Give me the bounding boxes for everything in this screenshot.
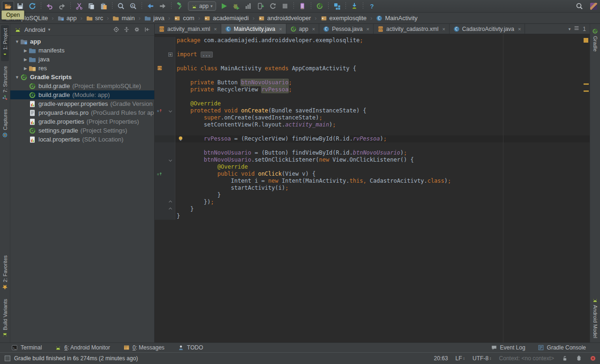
editor-gutter[interactable] bbox=[155, 206, 175, 213]
toolwindow-button-6-android-monitor[interactable]: 6: Android Monitor bbox=[55, 344, 110, 351]
editor-gutter[interactable] bbox=[155, 93, 175, 100]
toolbar-download-button[interactable] bbox=[348, 1, 360, 12]
tab-close-icon[interactable]: × bbox=[518, 26, 521, 32]
tree-row[interactable]: build.gradle(Project: ExemploSQLite) bbox=[10, 82, 154, 90]
tab-list-icon[interactable] bbox=[573, 25, 580, 33]
hector-inspections-icon[interactable] bbox=[576, 355, 582, 362]
panel-gear-button[interactable] bbox=[133, 25, 141, 34]
error-indicator-icon[interactable] bbox=[590, 355, 596, 362]
tool-button-build-variants[interactable]: Build Variants bbox=[1, 296, 9, 342]
editor-gutter[interactable] bbox=[155, 72, 175, 79]
tree-row[interactable]: gradle.properties(Project Properties) bbox=[10, 117, 154, 126]
toolbar-help-button[interactable]: ? bbox=[366, 1, 378, 12]
toolwindow-button-event-log[interactable]: Event Log bbox=[491, 344, 525, 351]
editor-gutter[interactable] bbox=[155, 163, 175, 171]
breadcrumb-item[interactable]: app bbox=[57, 15, 78, 22]
lock-icon[interactable] bbox=[562, 355, 568, 362]
tool-button-1-project[interactable]: 1: Project bbox=[1, 25, 9, 61]
toolbar-structure-button[interactable] bbox=[331, 1, 343, 12]
editor-gutter[interactable]: o bbox=[155, 107, 175, 114]
project-view-selector[interactable]: Android bbox=[24, 26, 45, 33]
breadcrumb-item[interactable]: CMainActivity bbox=[375, 15, 418, 22]
tree-row[interactable]: settings.gradle(Project Settings) bbox=[10, 126, 154, 135]
editor-gutter[interactable] bbox=[155, 199, 175, 206]
editor-gutter[interactable] bbox=[155, 178, 175, 185]
editor-gutter[interactable]: + bbox=[155, 51, 175, 58]
editor-gutter[interactable] bbox=[155, 37, 175, 44]
intention-bulb-icon[interactable] bbox=[178, 136, 184, 142]
tree-expand-arrow[interactable]: ▼ bbox=[14, 39, 20, 44]
toolbar-stop-button[interactable] bbox=[279, 1, 291, 12]
editor-gutter[interactable] bbox=[155, 86, 175, 93]
editor-gutter[interactable] bbox=[155, 149, 175, 156]
tree-row[interactable]: ▼Gradle Scripts bbox=[10, 73, 154, 82]
tree-expand-arrow[interactable]: ▶ bbox=[22, 48, 29, 53]
editor-tab-Pessoa-java[interactable]: CPessoa.java× bbox=[319, 24, 374, 34]
tool-button-7-structure[interactable]: 7: Structure bbox=[1, 63, 9, 104]
breadcrumb-item[interactable]: main bbox=[112, 15, 135, 22]
toolwindow-button-0-messages[interactable]: 0: Messages bbox=[123, 344, 165, 351]
editor-gutter[interactable]: <> bbox=[155, 65, 175, 72]
fold-collapse-icon[interactable] bbox=[168, 108, 173, 113]
toolbar-attach-button[interactable] bbox=[255, 1, 267, 12]
editor-gutter[interactable] bbox=[155, 128, 175, 135]
editor-tab-CadastroAcitivty-java[interactable]: CCadastroAcitivty.java× bbox=[450, 24, 525, 34]
chevron-down-icon[interactable]: ▾ bbox=[569, 27, 571, 31]
editor-gutter[interactable] bbox=[155, 192, 175, 199]
breadcrumb-item[interactable]: academiajedi bbox=[203, 15, 250, 22]
panel-target-button[interactable] bbox=[112, 25, 120, 34]
tree-expand-arrow[interactable]: ▼ bbox=[14, 75, 20, 80]
editor-gutter[interactable] bbox=[155, 185, 175, 192]
line-separator-selector[interactable]: LF↕ bbox=[456, 355, 465, 362]
fold-expand-icon[interactable]: + bbox=[168, 52, 173, 57]
tool-button-gradle[interactable]: Gradle bbox=[591, 25, 599, 55]
breadcrumb-item[interactable]: exemplosqlite bbox=[320, 15, 368, 22]
breadcrumb-item[interactable]: src bbox=[85, 15, 104, 22]
toolwindow-button-terminal[interactable]: >_Terminal bbox=[11, 344, 42, 351]
toolbar-sync-button[interactable] bbox=[26, 1, 38, 12]
panel-collapse-button[interactable] bbox=[122, 25, 131, 34]
editor-gutter[interactable] bbox=[155, 121, 175, 128]
toolbar-forward-button[interactable] bbox=[157, 1, 169, 12]
tree-row[interactable]: ▶manifests bbox=[10, 46, 154, 55]
tool-button-2-favorites[interactable]: 2: Favorites bbox=[1, 252, 9, 293]
editor-gutter[interactable] bbox=[155, 156, 175, 163]
breadcrumb-item[interactable]: com bbox=[173, 15, 195, 22]
toolbar-copy-button[interactable] bbox=[85, 1, 98, 12]
code-editor[interactable]: package com.academiajedi.androiddveloper… bbox=[155, 34, 590, 342]
editor-gutter[interactable] bbox=[155, 114, 175, 121]
toolbar-hammer-button[interactable] bbox=[174, 1, 186, 12]
toolbar-back-button[interactable] bbox=[144, 1, 157, 12]
toolbar-find-button[interactable] bbox=[115, 1, 127, 12]
editor-gutter[interactable]: o bbox=[155, 171, 175, 178]
editor-gutter[interactable] bbox=[155, 142, 175, 149]
tab-close-icon[interactable]: × bbox=[312, 26, 315, 32]
editor-gutter[interactable] bbox=[155, 135, 175, 142]
tree-row[interactable]: ▶java bbox=[10, 55, 154, 64]
toolbar-run-button[interactable] bbox=[218, 1, 230, 12]
tree-row[interactable]: gradle-wrapper.properties(Gradle Version bbox=[10, 99, 154, 108]
search-everywhere-button[interactable] bbox=[573, 1, 585, 12]
editor-tab-activity-cadastro-xml[interactable]: <>activity_cadastro.xml× bbox=[374, 24, 450, 34]
tab-close-icon[interactable]: × bbox=[442, 26, 445, 32]
chevron-down-icon[interactable]: ▾ bbox=[48, 27, 51, 32]
breadcrumb-item[interactable]: java bbox=[143, 15, 165, 22]
user-avatar[interactable] bbox=[590, 3, 597, 10]
tree-row[interactable]: ▶res bbox=[10, 64, 154, 73]
editor-gutter[interactable] bbox=[155, 58, 175, 65]
tree-row[interactable]: proguard-rules.pro(ProGuard Rules for ap bbox=[10, 108, 154, 117]
toolbar-avd-button[interactable] bbox=[296, 1, 308, 12]
fold-end-icon[interactable] bbox=[168, 207, 173, 212]
encoding-selector[interactable]: UTF-8↕ bbox=[472, 355, 492, 362]
editor-gutter[interactable] bbox=[155, 100, 175, 107]
editor-gutter[interactable] bbox=[155, 44, 175, 51]
toolbar-undo-button[interactable] bbox=[44, 1, 56, 12]
caret-position[interactable]: 20:63 bbox=[434, 355, 448, 362]
editor-gutter[interactable] bbox=[155, 79, 175, 86]
toolbar-redo-button[interactable] bbox=[56, 1, 68, 12]
tree-row[interactable]: ▼app bbox=[10, 37, 154, 46]
toolbar-gradle-sync-button[interactable] bbox=[314, 1, 326, 12]
tab-close-icon[interactable]: × bbox=[214, 26, 217, 32]
toolbar-paste-button[interactable] bbox=[98, 1, 110, 12]
tree-expand-arrow[interactable]: ▶ bbox=[22, 57, 29, 62]
